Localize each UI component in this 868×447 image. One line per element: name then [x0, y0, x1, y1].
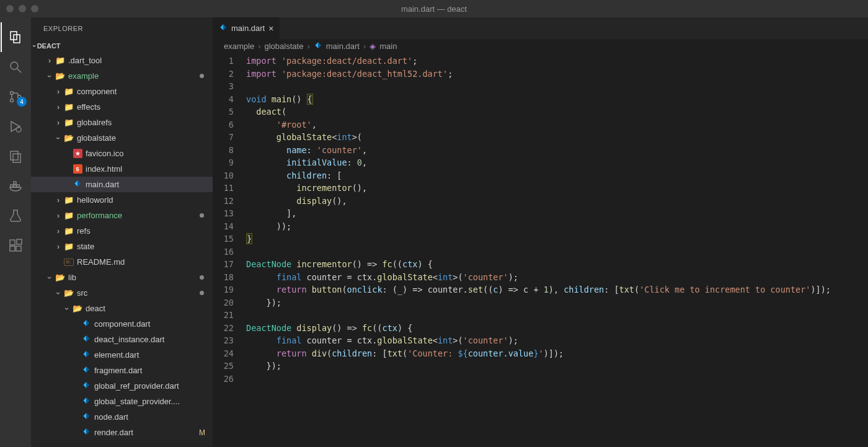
item-label: main.dart — [86, 180, 119, 189]
file-item[interactable]: node.dart — [31, 409, 213, 425]
folder-item[interactable]: 📁effects — [31, 99, 213, 115]
folder-item[interactable]: 📁helloworld — [31, 192, 213, 208]
svg-line-3 — [17, 69, 21, 73]
chevron-icon — [53, 118, 63, 127]
file-icon — [81, 381, 92, 391]
item-label: fragment.dart — [94, 366, 142, 375]
folder-item[interactable]: 📂example — [31, 68, 213, 84]
item-label: state — [77, 242, 94, 251]
minimize-window-button[interactable] — [19, 5, 26, 12]
breadcrumbs[interactable]: example › globalstate › main.dart › ◈ ma… — [213, 39, 868, 53]
file-item[interactable]: ★favicon.ico — [31, 146, 213, 161]
folder-icon: 📁 — [55, 56, 66, 65]
breadcrumb-part[interactable]: main.dart — [326, 42, 360, 51]
folder-item[interactable]: 📁refs — [31, 223, 213, 239]
dart-file-icon — [219, 23, 228, 33]
item-label: refs — [77, 226, 91, 236]
item-label: index.html — [86, 164, 122, 174]
file-item[interactable]: global_ref_provider.dart — [31, 378, 213, 394]
sidebar: EXPLORER DEACT 📁.dart_tool📂example📁compo… — [31, 17, 213, 447]
folder-icon: 📁 — [63, 87, 74, 96]
svg-rect-14 — [10, 240, 15, 245]
item-label: helloworld — [77, 195, 113, 205]
main-area: 4 EXPLORER DEACT 📁.dart_tool📂example📁com… — [0, 17, 868, 447]
tree-root-header[interactable]: DEACT — [31, 39, 213, 53]
file-item[interactable]: 5index.html — [31, 161, 213, 177]
file-item[interactable]: fragment.dart — [31, 363, 213, 378]
chevron-right-icon: › — [307, 42, 309, 51]
file-tree[interactable]: 📁.dart_tool📂example📁component📁effects📁gl… — [31, 53, 213, 447]
item-label: lib — [68, 273, 76, 282]
file-item[interactable]: M↓README.md — [31, 254, 213, 270]
folder-icon: 📂 — [72, 304, 83, 313]
chevron-down-icon — [33, 42, 36, 50]
file-item[interactable]: component.dart — [31, 316, 213, 332]
breadcrumb-part[interactable]: example — [224, 42, 254, 51]
file-item[interactable]: deact_instance.dart — [31, 332, 213, 347]
file-icon: ★ — [72, 149, 83, 158]
chevron-icon — [53, 289, 63, 298]
scm-badge: 4 — [17, 97, 27, 107]
item-label: globalstate — [77, 133, 116, 143]
editor-tabs: main.dart × — [213, 17, 868, 39]
git-dirty-indicator — [200, 291, 204, 295]
folder-icon: 📁 — [63, 195, 74, 205]
activity-bar: 4 — [0, 17, 31, 447]
folder-item[interactable]: 📁performance — [31, 208, 213, 223]
folder-item[interactable]: 📂deact — [31, 301, 213, 316]
git-dirty-indicator — [200, 275, 204, 280]
folder-item[interactable]: 📁component — [31, 84, 213, 99]
explorer-activity[interactable] — [1, 22, 30, 52]
maximize-window-button[interactable] — [31, 5, 38, 12]
item-label: src — [77, 288, 87, 298]
folder-item[interactable]: 📁globalrefs — [31, 115, 213, 130]
root-label: DEACT — [37, 42, 61, 50]
file-item[interactable]: main.dart — [31, 177, 213, 192]
breadcrumb-part[interactable]: main — [379, 42, 397, 51]
folder-item[interactable]: 📂lib — [31, 270, 213, 285]
close-tab-icon[interactable]: × — [268, 24, 273, 33]
item-label: globalrefs — [77, 118, 112, 127]
file-icon — [81, 350, 92, 360]
search-activity[interactable] — [1, 52, 30, 82]
docker-activity[interactable] — [1, 171, 30, 201]
folder-icon: 📁 — [63, 242, 74, 251]
svg-point-4 — [11, 92, 14, 95]
file-icon — [81, 396, 92, 407]
code-content[interactable]: import 'package:deact/deact.dart';import… — [246, 53, 868, 447]
dart-file-icon — [314, 41, 322, 51]
chevron-right-icon: › — [363, 42, 366, 51]
file-item[interactable]: render.dartM — [31, 425, 213, 440]
debug-activity[interactable] — [1, 112, 30, 141]
file-icon — [81, 427, 92, 438]
test-activity[interactable] — [1, 201, 30, 231]
item-label: effects — [77, 102, 100, 112]
file-icon: M↓ — [63, 259, 74, 266]
references-activity[interactable] — [1, 141, 30, 171]
folder-item[interactable]: 📁.dart_tool — [31, 53, 213, 68]
code-editor[interactable]: 1234567891011121314151617181920212223242… — [213, 53, 868, 447]
breadcrumb-part[interactable]: globalstate — [264, 42, 303, 51]
chevron-icon — [53, 103, 63, 112]
chevron-icon — [53, 227, 63, 236]
close-window-button[interactable] — [6, 5, 14, 12]
folder-icon: 📁 — [63, 102, 74, 112]
chevron-right-icon: › — [258, 42, 260, 51]
file-item[interactable]: global_state_provider.... — [31, 394, 213, 409]
tab-main-dart[interactable]: main.dart × — [213, 17, 280, 39]
extensions-activity[interactable] — [1, 231, 30, 260]
scm-activity[interactable]: 4 — [1, 82, 30, 112]
folder-item[interactable]: 📁state — [31, 239, 213, 254]
svg-point-7 — [16, 127, 21, 132]
item-label: favicon.ico — [86, 149, 123, 158]
item-label: component.dart — [94, 319, 150, 329]
file-item[interactable]: element.dart — [31, 347, 213, 363]
folder-item[interactable]: 📂globalstate — [31, 130, 213, 146]
chevron-icon — [45, 72, 55, 81]
folder-item[interactable]: 📂src — [31, 285, 213, 301]
chevron-icon — [45, 56, 55, 65]
git-dirty-indicator — [200, 213, 204, 218]
folder-icon: 📁 — [63, 118, 74, 127]
git-modified-indicator: M — [199, 428, 205, 437]
svg-rect-15 — [10, 246, 15, 251]
